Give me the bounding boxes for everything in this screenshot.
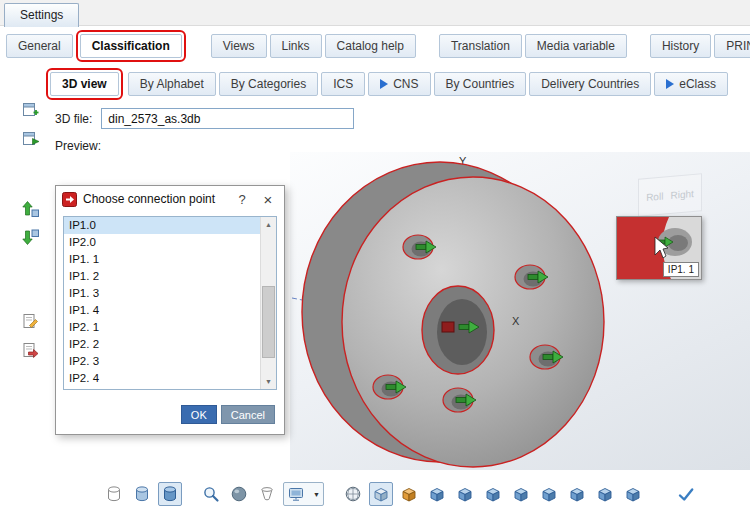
cancel-button[interactable]: Cancel	[221, 405, 275, 424]
wireframe-sphere-icon[interactable]	[341, 482, 365, 506]
cube-icon[interactable]	[593, 482, 617, 506]
list-item[interactable]: IP1. 2	[64, 268, 260, 285]
3d-view-toolbar: ▼	[0, 476, 750, 512]
close-icon[interactable]: ×	[258, 189, 278, 209]
tab-label: 3D view	[62, 77, 107, 91]
tab-label: By Alphabet	[140, 77, 204, 91]
cylinder-solid-icon[interactable]	[158, 482, 182, 506]
cube-icon[interactable]	[537, 482, 561, 506]
tab-settings[interactable]: Settings	[4, 3, 79, 27]
tab-by-countries[interactable]: By Countries	[434, 72, 527, 96]
tab-label: History	[662, 39, 699, 53]
tab-translation[interactable]: Translation	[439, 34, 522, 58]
tab-label: PRINTcatalog	[726, 39, 750, 53]
apply-card-icon[interactable]	[20, 128, 40, 148]
scrollbar[interactable]: ▲ ▼	[260, 217, 276, 389]
display-mode-dropdown[interactable]: ▼	[283, 482, 324, 506]
sphere-icon[interactable]	[227, 482, 251, 506]
scroll-up-icon[interactable]: ▲	[261, 217, 276, 232]
dialog-app-icon	[62, 192, 77, 207]
list-item[interactable]: IP2. 1	[64, 319, 260, 336]
connection-point-preview-popup: IP1. 1	[616, 216, 702, 280]
list-item[interactable]: IP1. 1	[64, 251, 260, 268]
list-item[interactable]: IP1	[64, 387, 260, 390]
edit-document-icon[interactable]	[20, 311, 40, 331]
scrollbar-thumb[interactable]	[262, 286, 275, 358]
tab-label: Links	[282, 39, 310, 53]
tab-catalog-help[interactable]: Catalog help	[325, 34, 416, 58]
tab-by-categories[interactable]: By Categories	[219, 72, 318, 96]
dialog-title: Choose connection point	[83, 192, 226, 206]
tab-by-alphabet[interactable]: By Alphabet	[128, 72, 216, 96]
list-item[interactable]: IP2. 4	[64, 370, 260, 387]
main-tab-bar: General Classification Views Links Catal…	[6, 34, 750, 58]
list-item[interactable]: IP2.0	[64, 234, 260, 251]
view-cube[interactable]: Roll Right	[638, 173, 702, 217]
tab-views[interactable]: Views	[211, 34, 267, 58]
view-cube-face-label: Roll	[646, 190, 663, 203]
window-tab-bar: Settings	[0, 0, 750, 26]
tab-label: By Categories	[231, 77, 306, 91]
tab-delivery-countries[interactable]: Delivery Countries	[529, 72, 651, 96]
cube-icon[interactable]	[621, 482, 645, 506]
cube-icon[interactable]	[509, 482, 533, 506]
play-icon	[666, 79, 674, 89]
orange-box-icon[interactable]	[397, 482, 421, 506]
cube-icon[interactable]	[453, 482, 477, 506]
tab-label: By Countries	[446, 77, 515, 91]
left-toolbar-group-2	[20, 198, 42, 247]
connection-point-name-badge: IP1. 1	[663, 262, 699, 277]
cylinder-outline-icon[interactable]	[102, 482, 126, 506]
tab-media-variable[interactable]: Media variable	[525, 34, 627, 58]
3d-file-row: 3D file:	[55, 108, 354, 129]
list-item[interactable]: IP1. 3	[64, 285, 260, 302]
x-axis-label: X	[512, 315, 520, 327]
cube-icon[interactable]	[425, 482, 449, 506]
export-document-icon[interactable]	[20, 340, 40, 360]
cube-icon[interactable]	[481, 482, 505, 506]
play-icon	[380, 79, 388, 89]
preview-label: Preview:	[55, 139, 101, 153]
zoom-icon[interactable]	[199, 482, 223, 506]
tab-eclass[interactable]: eClass	[654, 72, 728, 96]
shaded-box-icon[interactable]	[369, 482, 393, 506]
tab-history[interactable]: History	[650, 34, 711, 58]
sub-tab-bar: 3D view By Alphabet By Categories ICS CN…	[46, 72, 731, 96]
tab-label: ICS	[333, 77, 353, 91]
ok-button[interactable]: OK	[181, 405, 217, 424]
green-arrow-up-icon[interactable]	[20, 198, 40, 218]
dialog-buttons: OK Cancel	[181, 405, 275, 424]
tab-label: General	[18, 39, 61, 53]
add-card-icon[interactable]	[20, 99, 40, 119]
cone-outline-icon[interactable]	[255, 482, 279, 506]
list-item[interactable]: IP2. 3	[64, 353, 260, 370]
list-item[interactable]: IP1. 4	[64, 302, 260, 319]
scroll-down-icon[interactable]: ▼	[261, 374, 276, 389]
cylinder-shaded-icon[interactable]	[130, 482, 154, 506]
green-arrow-down-icon[interactable]	[20, 227, 40, 247]
chevron-down-icon: ▼	[313, 491, 320, 498]
left-toolbar-group-3	[20, 311, 42, 360]
choose-connection-point-dialog: Choose connection point ? × IP1.0 IP2.0 …	[55, 185, 285, 435]
3d-file-input[interactable]	[101, 108, 354, 129]
cube-icon[interactable]	[565, 482, 589, 506]
view-cube-face-label: Right	[670, 187, 693, 200]
tab-general[interactable]: General	[6, 34, 73, 58]
list-item[interactable]: IP2. 2	[64, 336, 260, 353]
dialog-title-bar[interactable]: Choose connection point ? ×	[56, 186, 284, 212]
tab-3d-view[interactable]: 3D view	[50, 72, 119, 96]
tab-classification[interactable]: Classification	[80, 34, 182, 58]
tab-links[interactable]: Links	[270, 34, 322, 58]
tab-label: CNS	[393, 77, 418, 91]
tab-ics[interactable]: ICS	[321, 72, 365, 96]
tab-label: Classification	[92, 39, 170, 53]
3d-preview-viewport[interactable]: Y	[290, 152, 750, 470]
tab-cns[interactable]: CNS	[368, 72, 430, 96]
tab-label: Delivery Countries	[541, 77, 639, 91]
help-button[interactable]: ?	[232, 189, 252, 209]
apply-check-icon[interactable]	[674, 482, 698, 506]
list-item[interactable]: IP1.0	[64, 217, 260, 234]
connection-point-list[interactable]: IP1.0 IP2.0 IP1. 1 IP1. 2 IP1. 3 IP1. 4 …	[63, 216, 277, 390]
tab-printcatalog[interactable]: PRINTcatalog	[714, 34, 750, 58]
tab-label: Media variable	[537, 39, 615, 53]
